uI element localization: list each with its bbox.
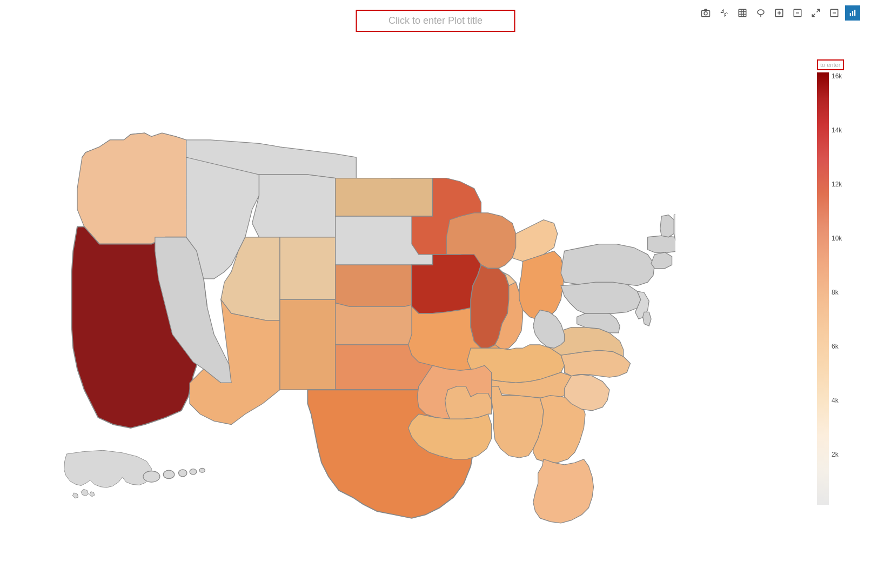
- colorbar-title-text: to enter: [820, 62, 840, 68]
- state-OH[interactable]: [519, 251, 564, 320]
- state-OR[interactable]: [77, 133, 186, 244]
- state-HI-island1[interactable]: [143, 471, 160, 483]
- state-AK[interactable]: [64, 450, 152, 498]
- svg-rect-19: [852, 11, 853, 16]
- state-MA[interactable]: [648, 236, 675, 252]
- zoom-in-button[interactable]: [772, 5, 787, 21]
- colorbar-label-8k: 8k: [832, 289, 842, 296]
- svg-line-13: [817, 9, 820, 12]
- colorbar-label-4k: 4k: [832, 397, 842, 404]
- zoom-box-button[interactable]: [735, 5, 750, 21]
- fullscreen-button[interactable]: [808, 5, 823, 21]
- zoom-out-button[interactable]: [790, 5, 805, 21]
- colorbar-gradient: [817, 72, 829, 505]
- state-PA[interactable]: [561, 282, 641, 313]
- plotly-button[interactable]: [845, 5, 860, 21]
- colorbar-container: to enter 16k 14k 12k 10k 8k 6k 4k 2k: [817, 59, 849, 524]
- camera-button[interactable]: [698, 5, 713, 21]
- reset-button[interactable]: [827, 5, 842, 21]
- colorbar-title-box[interactable]: to enter: [817, 59, 844, 70]
- svg-point-1: [704, 12, 707, 15]
- map-container: [16, 59, 675, 567]
- state-DE[interactable]: [643, 312, 651, 326]
- state-HI-island3[interactable]: [179, 470, 187, 477]
- state-NH[interactable]: [674, 213, 675, 240]
- state-CT[interactable]: [651, 252, 672, 269]
- colorbar-label-10k: 10k: [832, 235, 842, 242]
- plot-title-container: Click to enter Plot title: [356, 10, 515, 32]
- lasso-button[interactable]: [753, 5, 768, 21]
- svg-rect-2: [739, 9, 746, 17]
- us-map-svg[interactable]: [16, 59, 675, 567]
- state-FL[interactable]: [533, 459, 594, 523]
- svg-point-7: [758, 10, 764, 15]
- colorbar-label-14k: 14k: [832, 126, 842, 134]
- plot-title-text: Click to enter Plot title: [388, 15, 483, 26]
- colorbar-labels: 16k 14k 12k 10k 8k 6k 4k 2k: [829, 72, 842, 505]
- pan-button[interactable]: [716, 5, 732, 21]
- state-HI-island5[interactable]: [199, 468, 205, 472]
- colorbar-label-16k: 16k: [832, 72, 842, 80]
- state-HI-island4[interactable]: [190, 469, 197, 475]
- colorbar-label-6k: 6k: [832, 343, 842, 350]
- state-HI-island2[interactable]: [163, 470, 175, 478]
- svg-line-14: [812, 14, 815, 17]
- state-VT[interactable]: [660, 215, 674, 237]
- toolbar: [698, 5, 860, 21]
- colorbar-wrapper: 16k 14k 12k 10k 8k 6k 4k 2k: [817, 72, 842, 505]
- svg-rect-20: [854, 10, 855, 16]
- state-ND[interactable]: [336, 178, 433, 217]
- state-WV[interactable]: [533, 310, 565, 349]
- state-NY[interactable]: [561, 244, 654, 286]
- colorbar-label-2k: 2k: [832, 451, 842, 458]
- colorbar-label-12k: 12k: [832, 181, 842, 188]
- plot-title-box[interactable]: Click to enter Plot title: [356, 10, 515, 32]
- svg-rect-18: [850, 13, 851, 16]
